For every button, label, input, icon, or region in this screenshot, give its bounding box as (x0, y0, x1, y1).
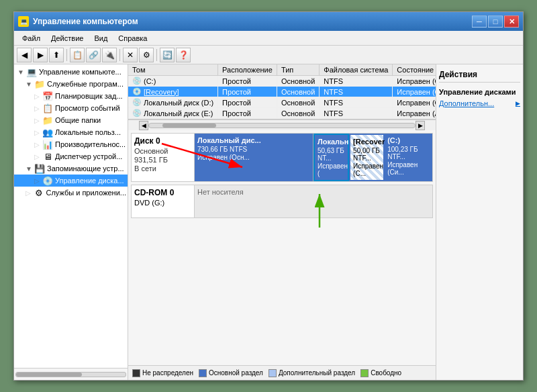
help-button[interactable]: ❓ (176, 48, 191, 62)
part-d-size: 730,66 ГБ NTFS (197, 146, 310, 153)
table-row[interactable]: 💿 [Recovery] Простой Основной NTFS Испра… (128, 87, 436, 97)
menu-file[interactable]: Файл (17, 33, 46, 44)
tree-item-svcapp[interactable]: ▷ ⚙ Службы и приложени... (14, 187, 128, 199)
minimize-button[interactable]: ─ (472, 15, 487, 28)
part-c-size: 100,23 ГБ NTF... (387, 146, 430, 160)
tree-item-devmgr[interactable]: ▷ 🖥 Диспетчер устрой... (14, 150, 128, 162)
disk-visual-area: Диск 0 Основной 931,51 ГБ В сети Локальн… (128, 130, 436, 365)
part-c-status: Исправен (Си... (387, 161, 430, 176)
tree-item-scheduler[interactable]: ▷ 📅 Планировщик зад... (14, 90, 128, 102)
disk0-size: 931,51 ГБ (134, 156, 191, 164)
col-volume[interactable]: Том (128, 64, 218, 76)
main-window: 💻 Управление компьютером ─ □ ✕ Файл Дейс… (13, 11, 524, 381)
close-button[interactable]: ✕ (504, 15, 519, 28)
tree-label-diskmgmt: Управление диска... (55, 177, 124, 185)
menu-action[interactable]: Действие (46, 33, 89, 44)
col-type[interactable]: Тип (277, 64, 319, 76)
part-d-name: Локальный дис... (197, 136, 310, 144)
tree-label-localusers: Локальные польз... (55, 128, 121, 136)
cell-status: Исправен (А... (393, 108, 436, 119)
tree-view: ▼ 💻 Управление компьюте... ▼ 📁 Служебные… (14, 64, 128, 368)
table-scrollbar[interactable]: ◀ ▶ (128, 119, 436, 130)
left-scrollbar[interactable] (14, 368, 128, 380)
tree-expand-svcapp[interactable]: ▷ (23, 187, 34, 198)
cell-fs: NTFS (320, 97, 393, 108)
menu-help[interactable]: Справка (113, 33, 152, 44)
forward-button[interactable]: ▶ (33, 48, 48, 62)
legend-color-additional (268, 369, 277, 377)
tree-expand-scheduler[interactable]: ▷ (32, 91, 42, 101)
cell-type: Основной (277, 97, 319, 108)
connect-button[interactable]: 🔗 (86, 48, 101, 62)
tree-item-diskmgmt[interactable]: ▷ 💿 Управление диска... (14, 175, 128, 187)
col-location[interactable]: Расположение (218, 64, 277, 76)
tree-item-storage[interactable]: ▼ 💾 Запоминающие устр... (14, 162, 128, 175)
tree-expand-storage[interactable]: ▼ (23, 163, 34, 174)
refresh-button[interactable]: 🔄 (160, 48, 175, 62)
tree-expand-root[interactable]: ▼ (15, 66, 26, 77)
disk-icon-recovery: 💿 (132, 87, 142, 96)
delete-button[interactable]: ✕ (123, 48, 138, 62)
tree-item-shared[interactable]: ▷ 📁 Общие папки (14, 114, 128, 126)
disk0-row: Диск 0 Основной 931,51 ГБ В сети Локальн… (131, 133, 433, 182)
disk-icon-c: 💿 (132, 77, 142, 85)
up-button[interactable]: ⬆ (49, 48, 64, 62)
tree-expand-localusers[interactable]: ▷ (32, 127, 42, 138)
partition-c[interactable]: (C:) 100,23 ГБ NTF... Исправен (Си... (385, 134, 432, 181)
col-fs[interactable]: Файловая система (320, 64, 393, 76)
disk0-label: Диск 0 Основной 931,51 ГБ В сети (131, 133, 195, 182)
disk-table: Том Расположение Тип Файловая система Со… (128, 64, 436, 119)
disk0-status: В сети (134, 164, 191, 173)
maximize-button[interactable]: □ (488, 15, 503, 28)
legend-unallocated: Не распределен (132, 369, 193, 377)
tree-expand-services[interactable]: ▼ (23, 79, 34, 89)
tree-label-perf: Производительнос... (55, 140, 126, 148)
tree-item-localusers[interactable]: ▷ 👥 Локальные польз... (14, 126, 128, 138)
tree-expand-perf[interactable]: ▷ (32, 139, 42, 150)
tree-expand-diskmgmt[interactable]: ▷ (32, 175, 42, 186)
table-row[interactable]: 💿 Локальный диск (E:) Простой Основной N… (128, 108, 436, 119)
cell-type: Основной (277, 76, 319, 87)
tree-icon-svcapp: ⚙ (34, 187, 44, 198)
back-button[interactable]: ◀ (17, 48, 32, 62)
tree-item-perf[interactable]: ▷ 📊 Производительнос... (14, 138, 128, 150)
cell-volume: 💿 Локальный диск (D:) (128, 97, 218, 108)
properties-button[interactable]: ⚙ (139, 48, 154, 62)
disconnect-button[interactable]: 🔌 (102, 48, 117, 62)
tree-item-root[interactable]: ▼ 💻 Управление компьюте... (14, 66, 128, 78)
cell-fs: NTFS (320, 87, 393, 97)
toolbar: ◀ ▶ ⬆ 📋 🔗 🔌 ✕ ⚙ 🔄 ❓ (14, 46, 523, 64)
partition-d[interactable]: Локальный дис... 730,66 ГБ NTFS Исправен… (195, 134, 313, 181)
cell-fs: NTFS (320, 108, 393, 119)
legend-label-additional: Дополнительный раздел (279, 369, 355, 377)
tree-label-viewer: Просмотр событий (55, 104, 120, 112)
cdrom0-name: CD-ROM 0 (134, 188, 191, 197)
right-panel: Том Расположение Тип Файловая система Со… (128, 64, 436, 380)
partition-local[interactable]: Локальный... 50,63 ГБ NT... Исправен ( (313, 134, 349, 181)
tree-label-services: Служебные програм... (47, 80, 124, 88)
cdrom0-status: Нет носителя (197, 188, 244, 196)
legend-label-free: Свободно (371, 369, 401, 377)
tree-label-storage: Запоминающие устр... (47, 164, 124, 173)
cell-type: Основной (277, 87, 319, 97)
tree-expand-devmgr[interactable]: ▷ (32, 151, 42, 162)
tree-expand-shared[interactable]: ▷ (32, 115, 42, 126)
tree-icon-root: 💻 (26, 66, 37, 77)
part-c-name: (C:) (387, 136, 430, 144)
part-local-status: Исправен ( (318, 162, 345, 177)
col-status[interactable]: Состояние (393, 64, 436, 76)
tree-expand-viewer[interactable]: ▷ (32, 103, 42, 113)
action-link-more[interactable]: Дополнительн... ▶ (439, 97, 520, 109)
tree-item-viewer[interactable]: ▷ 📋 Просмотр событий (14, 102, 128, 114)
partition-recovery[interactable]: [Recovery] 50,00 ГБ NTF... Исправен (С..… (349, 134, 385, 181)
show-hide-button[interactable]: 📋 (70, 48, 85, 62)
disk-table-area: Том Расположение Тип Файловая система Со… (128, 64, 436, 119)
tree-item-services[interactable]: ▼ 📁 Служебные програм... (14, 78, 128, 90)
actions-section1-title: Управление дисками (439, 85, 520, 97)
left-panel: ▼ 💻 Управление компьюте... ▼ 📁 Служебные… (14, 64, 128, 380)
tree-icon-services: 📁 (34, 79, 45, 89)
table-row[interactable]: 💿 (C:) Простой Основной NTFS Исправен (О… (128, 76, 436, 87)
table-row[interactable]: 💿 Локальный диск (D:) Простой Основной N… (128, 97, 436, 108)
menu-view[interactable]: Вид (89, 33, 113, 44)
cell-volume: 💿 (C:) (128, 76, 218, 87)
